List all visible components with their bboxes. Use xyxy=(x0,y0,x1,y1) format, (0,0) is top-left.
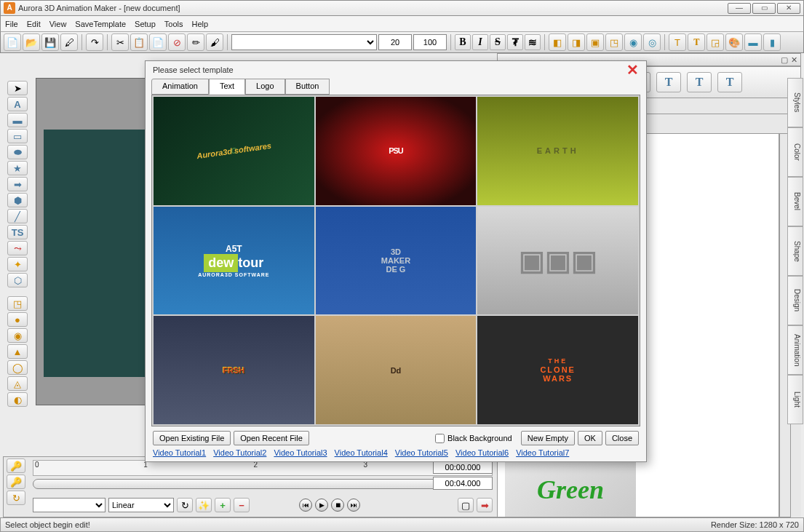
tutorial-link-5[interactable]: Video Tutorial5 xyxy=(395,448,448,457)
tutorial-link-7[interactable]: Video Tutorial7 xyxy=(516,448,569,457)
style-preset-7[interactable]: T xyxy=(687,72,712,92)
loop-icon[interactable]: ↻ xyxy=(177,498,193,512)
black-bg-checkbox[interactable]: Black Background xyxy=(435,434,512,443)
new-empty-button[interactable]: New Empty xyxy=(521,431,575,445)
roundrect-tool-icon[interactable]: ▭ xyxy=(7,129,28,143)
panel-close-icon[interactable]: ✕ xyxy=(791,55,797,64)
timeline-curve-combo[interactable]: Linear xyxy=(108,498,174,512)
box-icon[interactable]: ▮ xyxy=(763,33,781,51)
open-icon[interactable]: 📂 xyxy=(23,33,40,51)
close-button[interactable]: ✕ xyxy=(777,3,800,14)
arrow-tool-icon[interactable]: ➡ xyxy=(7,177,28,191)
panel-float-icon[interactable]: ▢ xyxy=(781,55,788,64)
tutorial-link-3[interactable]: Video Tutorial3 xyxy=(274,448,327,457)
copy-icon[interactable]: 📋 xyxy=(130,33,148,51)
time-duration[interactable]: 00:04.000 xyxy=(433,477,493,490)
tutorial-link-1[interactable]: Video Tutorial1 xyxy=(153,448,206,457)
wand-icon[interactable]: ✨ xyxy=(196,498,212,512)
side-tab-color[interactable]: Color xyxy=(787,127,803,177)
text3d-tool-icon[interactable]: TS xyxy=(7,225,28,239)
goto-end-icon[interactable]: ⏭ xyxy=(347,499,360,512)
strikethrough-button[interactable]: S xyxy=(490,34,506,50)
tutorial-link-4[interactable]: Video Tutorial4 xyxy=(335,448,388,457)
close-button-dialog[interactable]: Close xyxy=(605,431,639,445)
torus-prim-icon[interactable]: ◯ xyxy=(7,360,28,375)
delete-icon[interactable]: ⊘ xyxy=(168,33,186,51)
stop-icon[interactable]: ⏹ xyxy=(331,499,344,512)
line-tool-icon[interactable]: ╱ xyxy=(7,209,28,223)
color-icon[interactable]: 🎨 xyxy=(725,33,743,51)
tab-text[interactable]: Text xyxy=(209,79,245,95)
menu-view[interactable]: View xyxy=(49,20,67,28)
timeline-scrubber[interactable] xyxy=(33,479,493,489)
menu-tools[interactable]: Tools xyxy=(164,20,183,28)
timeline-ruler[interactable]: 0 1 2 3 4 xyxy=(33,460,493,476)
save-icon[interactable]: 💾 xyxy=(41,33,59,51)
minimize-button[interactable]: — xyxy=(728,3,751,14)
template-5[interactable]: 3D MAKER DE G xyxy=(316,207,477,315)
menu-savetemplate[interactable]: SaveTemplate xyxy=(75,20,126,28)
new-icon[interactable]: 📄 xyxy=(4,33,21,51)
undo-icon[interactable]: ↷ xyxy=(86,33,103,51)
menu-edit[interactable]: Edit xyxy=(27,20,41,28)
text-effect-button[interactable]: ₮ xyxy=(507,34,523,50)
cube3d-icon[interactable]: ◲ xyxy=(707,33,724,51)
layers-button[interactable]: ≋ xyxy=(525,34,541,50)
side-tab-styles[interactable]: Styles xyxy=(787,78,803,127)
edit-icon[interactable]: ✏ xyxy=(187,33,204,51)
menu-setup[interactable]: Setup xyxy=(135,20,156,28)
template-6[interactable]: ▣▣▣ xyxy=(477,207,638,315)
template-9[interactable]: THE CLONE WARS xyxy=(477,316,638,424)
select-tool-icon[interactable]: ➤ xyxy=(7,81,28,95)
tab-logo[interactable]: Logo xyxy=(245,79,284,95)
menu-file[interactable]: File xyxy=(5,20,18,28)
tube-prim-icon[interactable]: ◐ xyxy=(7,392,28,407)
add-key-icon[interactable]: + xyxy=(215,498,231,512)
style-preset-8[interactable]: T xyxy=(717,72,742,92)
cylinder-prim-icon[interactable]: ◉ xyxy=(7,328,28,343)
rect-tool-icon[interactable]: ▬ xyxy=(7,113,28,127)
light-tool-icon[interactable]: ✦ xyxy=(7,257,28,271)
side-tab-light[interactable]: Light xyxy=(787,375,803,424)
remove-key-icon[interactable]: − xyxy=(234,498,250,512)
template-7[interactable]: FRSH xyxy=(154,316,314,424)
render-icon[interactable]: ➡ xyxy=(477,498,493,512)
template-3[interactable]: EARTH xyxy=(477,97,638,205)
spacing-input[interactable]: 100 xyxy=(413,34,447,50)
timeline-object-combo[interactable] xyxy=(33,498,106,512)
path-tool-icon[interactable]: ⤳ xyxy=(7,241,28,255)
saveas-icon[interactable]: 🖊 xyxy=(60,33,78,51)
paste-icon[interactable]: 📄 xyxy=(149,33,167,51)
side-tab-animation[interactable]: Animation xyxy=(787,325,803,375)
side-tab-shape[interactable]: Shape xyxy=(787,226,803,276)
timeline-add-icon[interactable]: 🔑 xyxy=(7,475,25,489)
cylinder-icon[interactable]: ◉ xyxy=(624,33,642,51)
timeline-refresh-icon[interactable]: ↻ xyxy=(7,491,25,505)
italic-button[interactable]: I xyxy=(472,34,488,50)
sphere-icon[interactable]: ◎ xyxy=(643,33,661,51)
svg-tool-icon[interactable]: ⬡ xyxy=(7,273,28,287)
menu-help[interactable]: Help xyxy=(192,20,209,28)
bold-button[interactable]: B xyxy=(455,34,471,50)
pyramid-prim-icon[interactable]: ◬ xyxy=(7,376,28,391)
template-2[interactable]: PSU xyxy=(316,97,477,205)
export-icon[interactable]: ▢ xyxy=(458,498,474,512)
side-tab-bevel[interactable]: Bevel xyxy=(787,177,803,226)
ok-button[interactable]: OK xyxy=(578,431,602,445)
tutorial-link-2[interactable]: Video Tutorial2 xyxy=(213,448,266,457)
dialog-close-icon[interactable]: ✕ xyxy=(626,61,639,79)
template-1[interactable]: CAurora3d softwares xyxy=(154,97,314,205)
template-4[interactable]: A5T dewtour AURORA3D SOFTWARE xyxy=(154,207,314,315)
play-icon[interactable]: ▶ xyxy=(315,499,328,512)
template-8[interactable]: Dd xyxy=(316,316,477,424)
tab-animation[interactable]: Animation xyxy=(151,79,209,95)
text3d-icon[interactable]: T xyxy=(669,33,686,51)
star-tool-icon[interactable]: ★ xyxy=(7,161,28,175)
shape1-icon[interactable]: ◧ xyxy=(549,33,566,51)
poly-tool-icon[interactable]: ⬢ xyxy=(7,193,28,207)
goto-start-icon[interactable]: ⏮ xyxy=(299,499,312,512)
sphere-prim-icon[interactable]: ● xyxy=(7,312,28,327)
ellipse-tool-icon[interactable]: ⬬ xyxy=(7,145,28,159)
tab-button[interactable]: Button xyxy=(285,79,330,95)
cone-prim-icon[interactable]: ▲ xyxy=(7,344,28,359)
